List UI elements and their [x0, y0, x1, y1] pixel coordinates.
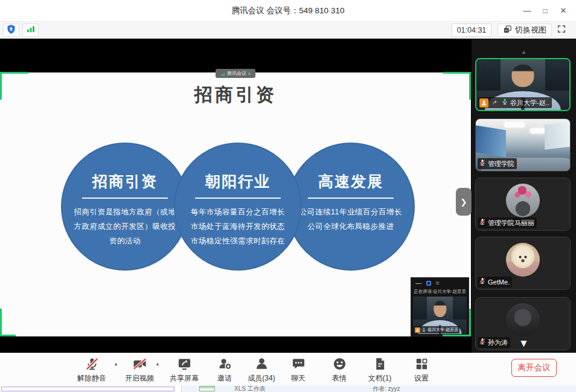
- emoji-label: 表情: [320, 374, 359, 382]
- participant-label: 管理学院马丽丽: [478, 217, 537, 228]
- share-screen-label: 共享屏幕: [165, 374, 203, 382]
- pip-window-controls: — ≡: [415, 280, 440, 287]
- fullscreen-button[interactable]: [554, 24, 569, 37]
- pill-signal-icon: [220, 68, 225, 79]
- circle-text-line: 市场处于蓝海待开发的状态: [174, 219, 302, 234]
- participant-name: 孙为涛: [488, 338, 508, 347]
- shared-slide: 腾讯会议 招商引资 招商引资 招商引资是指地方政府（或地 方政府成立的开发区）吸…: [0, 72, 471, 336]
- grid-settings-icon: [415, 362, 429, 373]
- pip-participant-name: 谷川大学-赵景景: [427, 327, 458, 333]
- circle-divider: [82, 198, 168, 199]
- share-frame-corner: [469, 309, 471, 336]
- person-icon: [255, 362, 269, 373]
- security-shield-button[interactable]: [3, 24, 19, 37]
- shared-desktop-strip: XLS 工作表 作者: zyyz: [0, 385, 576, 392]
- smiley-icon: [333, 362, 347, 373]
- unmute-button[interactable]: 解除静音: [72, 357, 111, 382]
- share-frame-corner: [0, 335, 16, 336]
- switch-view-icon: [503, 25, 512, 36]
- video-options-chevron[interactable]: ▲: [155, 361, 160, 367]
- participant-tile[interactable]: 管理学院马丽丽: [475, 178, 571, 231]
- share-frame-corner: [0, 72, 28, 74]
- share-frame-corner: [443, 335, 471, 336]
- pip-meeting-window: — ≡ 正在讲话:谷川大学-赵景景: [411, 277, 469, 336]
- host-badge-icon: [479, 98, 488, 108]
- participant-name: 管理学院: [488, 159, 514, 169]
- title-bar: 腾讯会议 会议号：549 810 310 — □ ✕: [0, 0, 576, 22]
- circle-divider: [308, 198, 394, 199]
- scroll-up-arrow[interactable]: ▲: [521, 49, 526, 55]
- settings-label: 设置: [402, 374, 441, 382]
- emoji-button[interactable]: 表情: [320, 357, 359, 382]
- info-circle-1: 招商引资 招商引资是指地方政府（或地 方政府成立的开发区）吸收投 资的活动: [61, 143, 189, 271]
- switch-view-button[interactable]: 切换视图: [498, 24, 552, 37]
- chevron-right-icon: ❯: [461, 198, 467, 207]
- excel-file-icon: [199, 386, 215, 391]
- participant-name: 谷川大学-赵..: [510, 98, 549, 108]
- share-screen-button[interactable]: 共享屏幕: [165, 357, 203, 382]
- invite-label: 邀请: [205, 374, 244, 382]
- circle-divider: [195, 198, 281, 199]
- start-video-label: 开启视频: [120, 374, 159, 382]
- participant-tile[interactable]: GetMe.: [475, 237, 571, 290]
- file-type-label: XLS 工作表: [234, 385, 266, 392]
- close-button[interactable]: ✕: [554, 0, 572, 22]
- mic-muted-icon: [479, 338, 486, 347]
- meeting-toolbar-top: 01:04:31 切换视图: [0, 22, 576, 39]
- pip-video-label: 谷川大学-赵景景: [414, 326, 459, 333]
- participant-name: 管理学院马丽丽: [488, 219, 534, 228]
- maximize-button[interactable]: □: [536, 0, 554, 22]
- chat-bubble-icon: [292, 362, 306, 373]
- participant-label: 管理学院: [478, 158, 517, 169]
- sidebar-collapse-handle[interactable]: ❯: [456, 188, 472, 216]
- host-badge-icon: [415, 327, 420, 333]
- column-divider: [181, 385, 182, 392]
- network-quality-button[interactable]: [22, 24, 39, 37]
- chat-button[interactable]: 聊天: [279, 357, 318, 382]
- pill-mic-dot-icon: [248, 72, 251, 75]
- switch-view-label: 切换视图: [515, 25, 546, 36]
- circle-text-line: 资的活动: [61, 234, 189, 248]
- start-video-button[interactable]: 开启视频: [120, 357, 159, 382]
- invite-button[interactable]: 邀请: [205, 357, 244, 382]
- circle-text-line: 公司连续11年业绩百分百增长: [287, 205, 415, 219]
- signal-bars-icon: [26, 24, 36, 36]
- circle-text-line: 市场稳定性强需求时刻存在: [174, 234, 302, 248]
- window-title: 腾讯会议 会议号：549 810 310: [0, 0, 576, 22]
- participant-label: GetMe.: [478, 277, 512, 288]
- desktop-window-edge: [1, 387, 174, 391]
- shared-screen-stage: 腾讯会议 招商引资 招商引资 招商引资是指地方政府（或地 方政府成立的开发区）吸…: [0, 39, 472, 353]
- docs-button[interactable]: 文档(1): [360, 357, 399, 382]
- mic-on-icon: [421, 327, 426, 333]
- settings-button[interactable]: 设置: [402, 357, 441, 382]
- fullscreen-icon: [557, 24, 566, 36]
- share-frame-corner: [443, 72, 471, 74]
- circle-text-line: 招商引资是指地方政府（或地: [61, 205, 189, 219]
- sharing-badge-icon: [490, 98, 499, 108]
- leave-meeting-button[interactable]: 离开会议: [511, 359, 557, 377]
- mic-muted-icon: [479, 277, 486, 287]
- members-button[interactable]: 成员(34): [242, 357, 281, 382]
- pip-restore-icon: [426, 281, 431, 286]
- participant-tile[interactable]: 管理学院: [475, 118, 571, 172]
- meeting-timer: 01:04:31: [452, 24, 491, 37]
- shield-icon: [6, 24, 16, 37]
- pip-video: 谷川大学-赵景景: [413, 297, 467, 334]
- members-label: 成员(34): [242, 374, 281, 382]
- scroll-down-arrow[interactable]: ▼: [519, 338, 529, 349]
- share-frame-corner: [0, 309, 2, 336]
- avatar: [506, 184, 540, 217]
- minimize-button[interactable]: —: [518, 0, 536, 22]
- pip-speaking-label: 正在讲话:谷川大学-赵景景: [414, 289, 467, 295]
- circle-heading: 招商引资: [61, 172, 189, 191]
- mic-muted-icon: [479, 159, 486, 169]
- window-controls: — □ ✕: [518, 0, 572, 22]
- circle-text-line: 方政府成立的开发区）吸收投: [61, 219, 189, 234]
- tencent-meeting-window: 腾讯会议 会议号：549 810 310 — □ ✕ 01:04:31 切换视图: [0, 0, 576, 392]
- mic-options-chevron[interactable]: ▲: [114, 361, 118, 367]
- participant-tile[interactable]: 谷川大学-赵..: [475, 58, 571, 111]
- circle-heading: 高速发展: [287, 172, 415, 191]
- circle-heading: 朝阳行业: [174, 172, 302, 191]
- participant-label: 谷川大学-赵..: [478, 97, 552, 108]
- share-screen-icon: [178, 362, 191, 373]
